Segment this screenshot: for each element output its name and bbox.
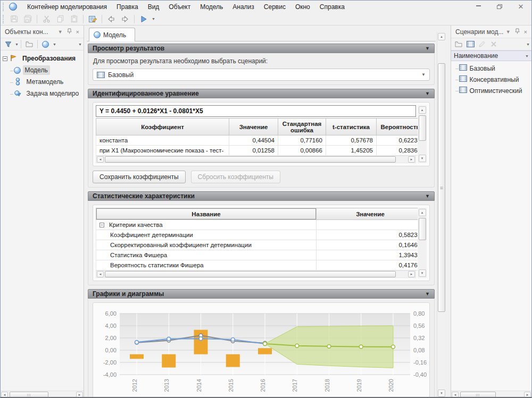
close-panel-icon[interactable]: × <box>522 29 529 35</box>
scenario-item-2[interactable]: –Оптимистический <box>451 85 531 96</box>
menu-item-1[interactable]: Правка <box>112 2 143 12</box>
scroll-left-icon[interactable]: ◄ <box>97 156 104 163</box>
scroll-right-icon[interactable]: ► <box>408 156 415 163</box>
table-row[interactable]: Статистика Фишера1,39433 <box>96 250 425 260</box>
menu-item-8[interactable]: Справка <box>315 2 350 12</box>
scroll-down-icon[interactable]: ▼ <box>438 389 445 397</box>
scroll-down-icon[interactable]: ▼ <box>419 155 426 162</box>
coefficients-table-hscrollbar[interactable]: ◄ ► <box>96 156 416 163</box>
filter-dropdown-icon[interactable]: ▼ <box>15 43 19 46</box>
scroll-left-icon[interactable]: ◄ <box>97 271 104 277</box>
coeff-col-header-4[interactable]: Вероятность <box>377 118 425 136</box>
film-icon[interactable] <box>464 39 476 50</box>
scroll-down-icon[interactable]: ▼ <box>419 269 426 277</box>
tree-expander-icon[interactable]: − <box>3 56 7 61</box>
objects-panel-hscrollbar[interactable]: ◄ ||| ► <box>1 391 84 398</box>
delete-x-icon[interactable] <box>488 39 500 50</box>
combobox-dropdown-icon[interactable]: ▼ <box>421 72 426 77</box>
restore-button[interactable] <box>489 1 510 13</box>
close-panel-icon[interactable]: × <box>74 29 81 35</box>
toolbar-grip[interactable] <box>3 15 5 23</box>
scroll-right-icon[interactable]: ► <box>408 271 415 277</box>
collapse-section-icon[interactable]: ▼ <box>425 91 430 96</box>
table-row[interactable]: Вероятность статистики Фишера0,41765 <box>96 260 425 270</box>
collapse-section-icon[interactable]: ▼ <box>425 291 430 297</box>
save-all-icon[interactable] <box>21 13 35 24</box>
scroll-right-icon[interactable]: ► <box>524 392 531 398</box>
collapse-section-icon[interactable]: ▼ <box>425 193 430 199</box>
save-coefficients-button[interactable]: Сохранить коэффициенты <box>93 171 186 183</box>
reset-coefficients-button[interactable]: Сбросить коэффициенты <box>191 171 280 183</box>
scroll-right-icon[interactable]: ► <box>76 392 83 398</box>
coeff-col-header-1[interactable]: Значение <box>229 118 278 136</box>
forward-icon[interactable] <box>118 13 132 24</box>
scenarios-column-header[interactable]: Наименование ▼ <box>451 50 531 61</box>
collapse-section-icon[interactable]: ▼ <box>425 46 430 51</box>
scenarios-panel-hscrollbar[interactable]: ◄ ||| ► <box>451 391 531 398</box>
coefficients-table-vscrollbar[interactable]: ▲ ▼ <box>418 105 427 163</box>
table-row[interactable]: константа0,445040,771600,576780,62235 <box>96 136 425 146</box>
coeff-col-header-2[interactable]: Стандартная ошибка <box>278 118 326 136</box>
panel-toolbar-overflow-icon[interactable]: ▼ <box>78 43 82 46</box>
section-results-header[interactable]: Просмотр результатов ▼ <box>88 44 435 53</box>
run-dropdown-icon[interactable]: ▼ <box>152 17 155 21</box>
pin-icon[interactable] <box>513 28 522 35</box>
tree-item-1[interactable]: –Метамодель <box>3 76 84 88</box>
copy-icon[interactable] <box>53 13 67 24</box>
table-row[interactable]: Коэффициент детерминации0,58235 <box>96 230 425 240</box>
tab-model[interactable]: Модель <box>89 28 135 41</box>
scroll-up-icon[interactable]: ▲ <box>419 106 426 114</box>
tree-item-2[interactable]: –Задача моделиро <box>3 88 84 99</box>
paste-icon[interactable] <box>67 13 81 24</box>
menu-item-3[interactable]: Объект <box>164 2 195 12</box>
scroll-up-icon[interactable]: ▲ <box>438 33 445 40</box>
statistics-table-hscrollbar[interactable]: ◄ ► <box>96 270 416 278</box>
close-button[interactable]: ✕ <box>510 1 531 13</box>
model-sphere-icon[interactable] <box>40 39 52 50</box>
folder-icon[interactable] <box>453 39 464 50</box>
run-icon[interactable] <box>137 13 151 24</box>
coeff-col-header-0[interactable]: Коэффициент <box>96 118 229 136</box>
back-icon[interactable] <box>104 13 118 24</box>
tree-item-transformations[interactable]: −Преобразования <box>3 53 84 64</box>
save-icon[interactable] <box>7 13 21 24</box>
menu-item-7[interactable]: Окно <box>290 2 315 12</box>
main-vscrollbar[interactable]: ▲ ☰ ▼ <box>437 32 446 398</box>
scroll-left-icon[interactable]: ◄ <box>452 392 459 398</box>
section-equation-header[interactable]: Идентифицированное уравнение ▼ <box>88 89 435 98</box>
pin-icon[interactable] <box>65 28 74 35</box>
panel-toolbar-overflow-icon[interactable]: ▼ <box>526 43 530 46</box>
section-stats-header[interactable]: Статистические характеристики ▼ <box>88 191 435 201</box>
table-row[interactable]: Скорректированный коэффициент детерминац… <box>96 240 425 250</box>
cut-icon[interactable] <box>39 13 53 24</box>
panel-menu-icon[interactable]: ▼ <box>56 29 65 35</box>
filter-icon[interactable] <box>2 39 14 50</box>
menu-item-0[interactable]: Контейнер моделирования <box>22 2 112 12</box>
group-expander-icon[interactable]: − <box>99 223 104 227</box>
folder-icon[interactable] <box>23 39 35 50</box>
edit-properties-icon[interactable] <box>86 13 99 24</box>
pencil-icon[interactable] <box>476 39 488 50</box>
section-charts-header[interactable]: Графики и диаграммы ▼ <box>88 289 435 299</box>
table-row[interactable]: при X1 (Макроэкономические показа - тест… <box>96 146 425 156</box>
statistics-table-vscrollbar[interactable]: ▲ ▼ <box>418 208 427 278</box>
stats-col-header-0[interactable]: Название <box>96 208 317 220</box>
stats-group-row[interactable]: −Критерии качества <box>96 220 425 230</box>
minimize-button[interactable] <box>468 1 489 13</box>
scenario-item-0[interactable]: –Базовый <box>451 63 531 74</box>
coeff-col-header-3[interactable]: t-статистика <box>326 118 377 136</box>
menu-item-5[interactable]: Анализ <box>228 2 259 12</box>
panel-menu-icon[interactable]: ▼ <box>504 29 513 35</box>
scroll-left-icon[interactable]: ◄ <box>1 392 8 398</box>
stats-col-header-1[interactable]: Значение <box>317 208 425 220</box>
menu-item-4[interactable]: Модель <box>195 2 228 12</box>
toolbar-grip[interactable] <box>3 3 5 11</box>
menu-item-2[interactable]: Вид <box>143 2 164 12</box>
column-filter-icon[interactable]: ▼ <box>525 54 529 58</box>
scenario-combobox[interactable]: Базовый ▼ <box>93 69 430 81</box>
sphere-dropdown-icon[interactable]: ▼ <box>53 43 56 46</box>
tree-item-0[interactable]: –Модель <box>3 64 84 76</box>
menu-item-6[interactable]: Сервис <box>259 2 290 12</box>
scroll-up-icon[interactable]: ▲ <box>419 209 426 216</box>
panel-splitter[interactable] <box>446 26 451 398</box>
